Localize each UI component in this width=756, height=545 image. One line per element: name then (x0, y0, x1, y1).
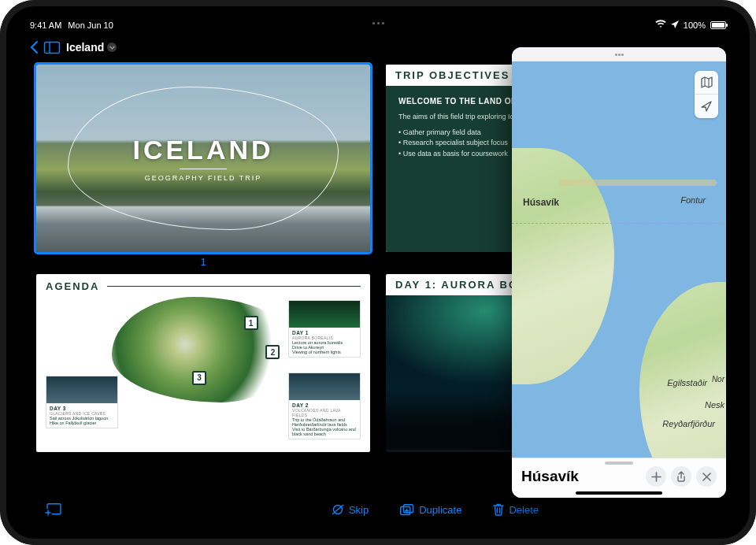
screen: 9:41 AM Mon Jun 10 100% (22, 17, 734, 528)
slide-1-title: ICELAND (132, 135, 273, 165)
svg-rect-0 (45, 42, 60, 53)
map-label-husavik: Húsavík (523, 197, 559, 208)
map-icon (701, 76, 713, 88)
home-indicator[interactable] (576, 491, 662, 495)
slide-1[interactable]: ICELAND GEOGRAPHY FIELD TRIP (36, 65, 370, 252)
map-label-neskaupstadur: Nesk (705, 400, 724, 410)
skip-icon (332, 504, 344, 515)
locate-me-button[interactable] (695, 95, 718, 118)
battery-icon (710, 21, 726, 29)
duplicate-button[interactable]: Duplicate (400, 504, 461, 516)
trash-icon (493, 503, 504, 516)
map-label-egilsstadir: Egilsstaðir (667, 378, 707, 387)
slide-1-subtitle: GEOGRAPHY FIELD TRIP (132, 174, 273, 182)
battery-pct: 100% (684, 20, 706, 30)
agenda-pin-3: 3 (192, 371, 206, 385)
chevron-down-icon (107, 43, 117, 52)
back-button[interactable] (30, 41, 38, 54)
wifi-icon (655, 20, 666, 30)
delete-button[interactable]: Delete (493, 503, 539, 516)
close-sheet-button[interactable] (696, 466, 717, 487)
location-arrow-icon (671, 20, 679, 30)
sidebar-toggle-button[interactable] (44, 42, 60, 54)
map-label-nordfjordur: Nor (712, 375, 724, 384)
ipad-frame: 9:41 AM Mon Jun 10 100% (0, 0, 756, 545)
close-icon (702, 473, 711, 481)
add-slide-button[interactable] (44, 503, 61, 517)
slideover-grabber[interactable] (512, 47, 726, 61)
agenda-pin-1: 1 (244, 316, 258, 330)
slide-3[interactable]: AGENDA 1 2 3 DAY 1AURORA BOREALIS Lectur… (36, 274, 370, 452)
slide-3-header: AGENDA (46, 280, 361, 292)
map-label-reydarfjordur: Reyðarfjörður (662, 419, 715, 428)
maps-slideover[interactable]: Húsavík Fontur Egilsstaðir Reyðarfjörður… (512, 47, 726, 498)
agenda-pin-2: 2 (265, 345, 280, 359)
map-label-fontur: Fontur (680, 195, 706, 205)
map-mode-button[interactable] (695, 71, 718, 95)
status-time: 9:41 AM (30, 20, 61, 30)
multitasking-dots[interactable] (365, 22, 391, 24)
status-date: Mon Jun 10 (68, 20, 113, 30)
ferry-route-line (512, 223, 726, 224)
slide-1-number: 1 (36, 256, 370, 268)
location-arrow-icon (701, 101, 712, 112)
share-place-button[interactable] (671, 466, 691, 487)
skip-button[interactable]: Skip (332, 504, 369, 516)
share-icon (676, 471, 686, 482)
agenda-card-day3: DAY 3GLACIERS AND ICE CAVES Sail across … (46, 376, 118, 428)
map-controls (695, 71, 718, 118)
sheet-grabber[interactable] (605, 462, 633, 465)
document-title[interactable]: Iceland (66, 41, 117, 54)
map-canvas[interactable]: Húsavík Fontur Egilsstaðir Reyðarfjörður… (512, 61, 726, 458)
svg-rect-7 (404, 504, 413, 512)
maps-bottom-sheet[interactable]: Húsavík (512, 458, 726, 498)
duplicate-icon (400, 504, 414, 516)
agenda-map-graphic: 1 2 3 (112, 297, 295, 402)
place-title: Húsavík (521, 468, 641, 485)
agenda-card-day1: DAY 1AURORA BOREALIS Lecture on aurora b… (288, 300, 361, 358)
agenda-card-day2: DAY 2VOLCANOES AND LAVA FIELDS Trip to t… (288, 373, 361, 439)
add-place-button[interactable] (646, 466, 666, 487)
status-bar: 9:41 AM Mon Jun 10 100% (22, 17, 734, 33)
plus-icon (651, 472, 662, 482)
